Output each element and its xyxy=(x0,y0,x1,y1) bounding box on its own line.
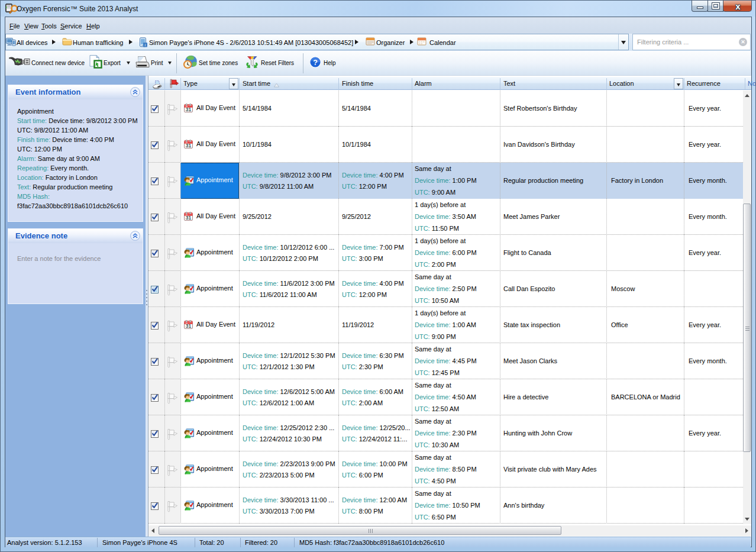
svg-text:?: ? xyxy=(313,59,318,67)
svg-text:31: 31 xyxy=(186,106,192,112)
svg-text:i: i xyxy=(145,43,146,47)
svg-text:31: 31 xyxy=(186,323,192,329)
svg-text:31: 31 xyxy=(186,215,192,221)
svg-text:31: 31 xyxy=(186,143,192,149)
